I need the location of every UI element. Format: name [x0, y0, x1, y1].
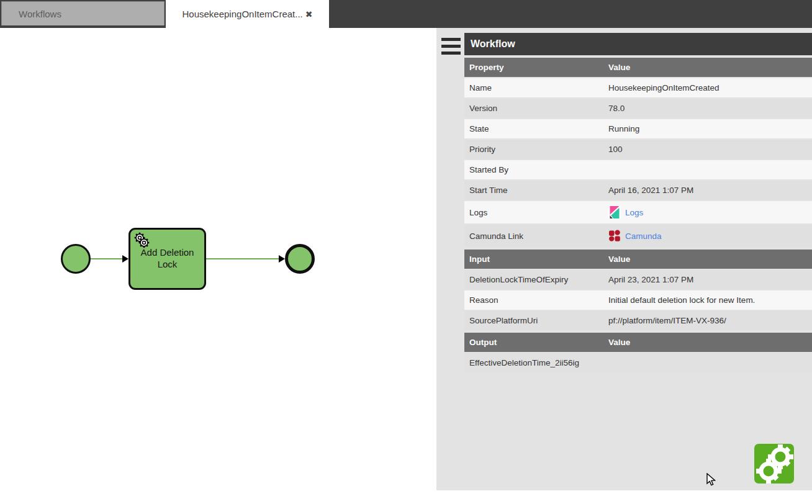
camunda-icon: [608, 230, 621, 242]
input-table-header: Input Value: [464, 250, 812, 269]
logs-link[interactable]: Logs: [625, 208, 643, 217]
kibana-logs-icon: [608, 206, 621, 218]
col-value: Value: [603, 254, 812, 264]
workflow-property-table: Workflow Property Value Name Housekeepin…: [464, 33, 812, 374]
table-row-started-by: Started By: [464, 160, 812, 179]
bpmn-end-event[interactable]: [285, 244, 315, 274]
bpmn-start-event[interactable]: [61, 244, 91, 274]
arrowhead-icon: [122, 255, 129, 263]
col-output: Output: [464, 338, 603, 347]
table-row-start-time: Start Time April 16, 2021 1:07 PM: [464, 181, 812, 200]
tab-housekeeping[interactable]: HousekeepingOnItemCreat... ✖: [166, 0, 329, 28]
arrowhead-icon: [279, 255, 285, 263]
bpmn-service-task[interactable]: Add Deletion Lock: [129, 228, 206, 290]
table-row-name: Name HousekeepingOnItemCreated: [464, 78, 812, 97]
service-task-gear-icon: [133, 232, 152, 251]
sequence-flow-1: [91, 258, 123, 259]
table-row-deletion-lock-expiry: DeletionLockTimeOfExpiry April 23, 2021 …: [464, 270, 812, 289]
col-property: Property: [464, 63, 603, 72]
hamburger-menu-icon[interactable]: [441, 38, 461, 55]
table-row-effective-deletion-time: EffectiveDeletionTime_2ii56ig: [464, 353, 812, 372]
close-icon[interactable]: ✖: [305, 9, 313, 19]
output-table-header: Output Value: [464, 333, 812, 352]
table-row-source-platform-uri: SourcePlatformUri pf://platform/item/ITE…: [464, 311, 812, 330]
table-row-priority: Priority 100: [464, 140, 812, 159]
tab-workflows-label: Workflows: [19, 9, 61, 19]
col-value: Value: [603, 63, 812, 72]
table-row-reason: Reason Initial default deletion lock for…: [464, 290, 812, 310]
workflow-properties-panel: Workflow Property Value Name Housekeepin…: [436, 28, 812, 490]
app-root: { "tab_bar": { "tabs": [ { "label": "Wor…: [0, 0, 812, 504]
camunda-cockpit-logo: [754, 444, 794, 484]
table-row-state: State Running: [464, 119, 812, 138]
bpmn-canvas: Add Deletion Lock: [0, 28, 436, 504]
table-row-camunda-link: Camunda Link Camunda: [464, 225, 812, 247]
table-row-logs: Logs Logs: [464, 201, 812, 223]
cursor-pointer: [706, 473, 716, 487]
col-value: Value: [603, 338, 812, 347]
camunda-link[interactable]: Camunda: [625, 232, 662, 241]
table-row-version: Version 78.0: [464, 99, 812, 118]
sequence-flow-2: [206, 258, 279, 259]
tab-bar: Workflows HousekeepingOnItemCreat... ✖: [0, 0, 812, 28]
tab-housekeeping-label: HousekeepingOnItemCreat...: [182, 9, 302, 19]
panel-title: Workflow: [464, 33, 812, 55]
tab-workflows[interactable]: Workflows: [1, 1, 165, 25]
col-input: Input: [464, 254, 603, 264]
property-table-header: Property Value: [464, 58, 812, 77]
